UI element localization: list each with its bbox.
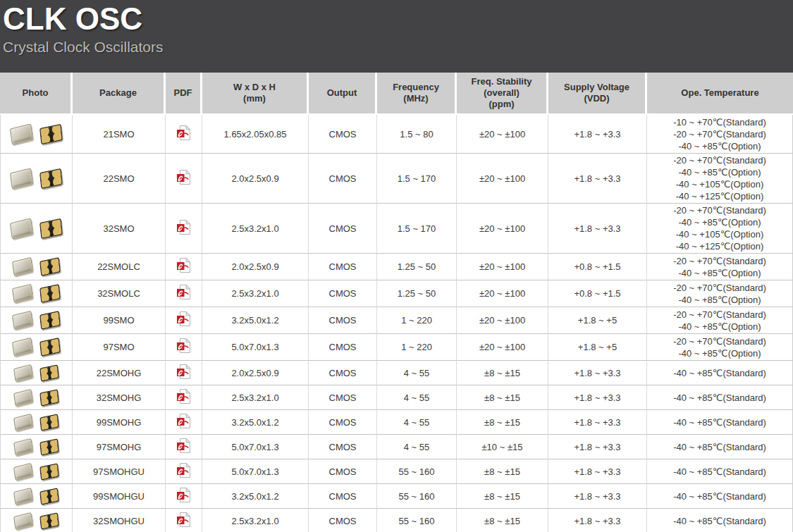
temperature-cell: -20 ~ +70℃(Standard) -40 ~ +85℃(Option) — [647, 254, 793, 280]
pdf-cell — [166, 115, 202, 154]
photo-cell — [0, 509, 73, 532]
pdf-download-link[interactable] — [177, 512, 190, 527]
table-row: 22SMOHG 2.0x2.5x0.9 CMOS 4 ~ 55 ±8 ~ ±15… — [0, 361, 793, 385]
pdf-file-icon — [177, 220, 190, 235]
pdf-download-link[interactable] — [177, 463, 190, 478]
temperature-cell: -20 ~ +70℃(Standard) -40 ~ +85℃(Option) — [647, 334, 793, 361]
table-row: 99SMO 3.2x5.0x1.2 CMOS 1 ~ 220 ±20 ~ ±10… — [0, 307, 793, 334]
voltage-cell: +1.8 ~ +3.3 — [548, 509, 647, 532]
photo-cell — [0, 410, 73, 435]
column-header-stability: Freq. Stability (overall) (ppm) — [457, 73, 548, 115]
chip-top-view-photo — [12, 284, 33, 304]
photo-cell — [0, 385, 73, 410]
dimensions-cell: 1.65x2.05x0.85 — [202, 115, 309, 154]
pdf-cell — [166, 280, 202, 307]
chip-top-view-photo — [13, 388, 33, 406]
package-cell: 32SMO — [73, 204, 166, 254]
dimensions-cell: 5.0x7.0x1.3 — [202, 334, 309, 361]
voltage-cell: +0.8 ~ +1.5 — [548, 280, 647, 307]
chip-bottom-view-photo — [39, 488, 59, 505]
table-row: 97SMOHGU 5.0x7.0x1.3 CMOS 55 ~ 160 ±8 ~ … — [0, 459, 793, 484]
dimensions-cell: 2.5x3.2x1.0 — [202, 509, 309, 532]
chip-bottom-view-photo — [39, 389, 59, 406]
pdf-file-icon — [177, 311, 190, 326]
chip-top-view-photo — [10, 168, 33, 189]
pdf-download-link[interactable] — [177, 338, 190, 353]
column-header-voltage: Supply Voltage (VDD) — [548, 73, 647, 115]
photo-cell — [0, 204, 73, 254]
pdf-download-link[interactable] — [177, 488, 190, 502]
package-cell: 97SMOHG — [73, 435, 166, 459]
frequency-cell: 4 ~ 55 — [377, 385, 457, 410]
voltage-cell: +1.8 ~ +3.3 — [548, 204, 647, 254]
pdf-download-link[interactable] — [177, 311, 190, 326]
temperature-cell: -40 ~ +85℃(Standard) — [647, 484, 793, 509]
oscillator-table: Photo Package PDF W x D x H (mm) Output … — [0, 73, 793, 532]
pdf-download-link[interactable] — [177, 285, 190, 299]
temperature-cell: -10 ~ +70℃(Standard) -20 ~ +70℃(Standard… — [647, 115, 793, 154]
voltage-cell: +0.8 ~ +1.5 — [548, 254, 647, 280]
temperature-cell: -40 ~ +85℃(Standard) — [647, 459, 793, 484]
voltage-cell: +1.8 ~ +5 — [548, 307, 647, 334]
dimensions-cell: 3.2x5.0x1.2 — [202, 307, 309, 334]
chip-top-view-photo — [13, 462, 33, 480]
pdf-file-icon — [177, 438, 190, 453]
pdf-download-link[interactable] — [177, 364, 190, 379]
package-cell: 99SMOHG — [73, 410, 166, 435]
stability-cell: ±8 ~ ±15 — [457, 484, 548, 509]
frequency-cell: 1.5 ~ 80 — [377, 115, 457, 154]
pdf-download-link[interactable] — [177, 389, 190, 404]
voltage-cell: +1.8 ~ +3.3 — [548, 154, 647, 204]
table-row: 32SMOHG 2.5x3.2x1.0 CMOS 4 ~ 55 ±8 ~ ±15… — [0, 385, 793, 410]
stability-cell: ±20 ~ ±100 — [457, 115, 548, 154]
pdf-cell — [166, 204, 202, 254]
photo-cell — [0, 254, 73, 280]
table-row: 22SMO 2.0x2.5x0.9 CMOS 1.5 ~ 170 ±20 ~ ±… — [0, 154, 793, 204]
stability-cell: ±8 ~ ±15 — [457, 361, 548, 385]
pdf-file-icon — [177, 285, 190, 299]
output-cell: CMOS — [309, 154, 377, 204]
chip-bottom-view-photo — [39, 218, 63, 238]
chip-bottom-view-photo — [39, 168, 63, 188]
table-row: 32SMOLC 2.5x3.2x1.0 CMOS 1.25 ~ 50 ±20 ~… — [0, 280, 793, 307]
photo-cell — [0, 484, 73, 509]
dimensions-cell: 2.0x2.5x0.9 — [202, 361, 309, 385]
pdf-cell — [166, 484, 202, 509]
pdf-download-link[interactable] — [177, 258, 190, 273]
dimensions-cell: 3.2x5.0x1.2 — [202, 410, 309, 435]
pdf-download-link[interactable] — [177, 414, 190, 428]
output-cell: CMOS — [309, 484, 377, 509]
pdf-download-link[interactable] — [177, 220, 190, 235]
frequency-cell: 55 ~ 160 — [377, 459, 457, 484]
stability-cell: ±20 ~ ±100 — [457, 154, 548, 204]
pdf-download-link[interactable] — [177, 170, 190, 185]
dimensions-cell: 5.0x7.0x1.3 — [202, 435, 309, 459]
column-header-output: Output — [309, 73, 377, 115]
column-header-photo: Photo — [0, 73, 73, 115]
package-cell: 99SMOHGU — [73, 484, 166, 509]
output-cell: CMOS — [309, 361, 377, 385]
pdf-cell — [166, 410, 202, 435]
chip-top-view-photo — [10, 218, 33, 239]
photo-cell — [0, 307, 73, 334]
chip-top-view-photo — [13, 487, 33, 505]
pdf-download-link[interactable] — [177, 125, 190, 140]
output-cell: CMOS — [309, 204, 377, 254]
chip-bottom-view-photo — [39, 257, 61, 276]
page-title: CLK OSC — [3, 1, 793, 37]
pdf-download-link[interactable] — [177, 438, 190, 453]
voltage-cell: +1.8 ~ +3.3 — [548, 459, 647, 484]
column-header-dimensions: W x D x H (mm) — [202, 73, 309, 115]
pdf-cell — [166, 254, 202, 280]
temperature-cell: -20 ~ +70℃(Standard) -40 ~ +85℃(Option) — [647, 280, 793, 307]
output-cell: CMOS — [309, 254, 377, 280]
pdf-file-icon — [177, 389, 190, 404]
output-cell: CMOS — [309, 307, 377, 334]
page-subtitle: Crystal Clock Oscillators — [3, 38, 793, 56]
voltage-cell: +1.8 ~ +3.3 — [548, 361, 647, 385]
frequency-cell: 1 ~ 220 — [377, 307, 457, 334]
frequency-cell: 1.25 ~ 50 — [377, 280, 457, 307]
pdf-cell — [166, 385, 202, 410]
package-cell: 22SMOLC — [73, 254, 166, 280]
pdf-file-icon — [177, 414, 190, 428]
